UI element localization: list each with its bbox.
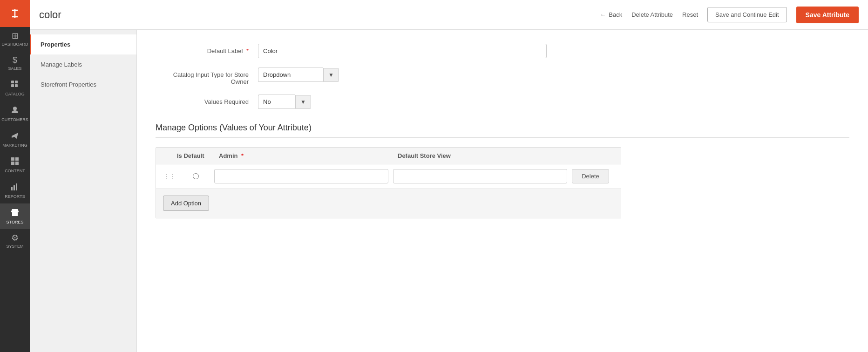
default-label-input[interactable] <box>258 44 547 58</box>
sidebar-item-dashboard[interactable]: ⊞ Dashboard <box>0 27 30 51</box>
admin-value-input[interactable] <box>214 169 388 183</box>
is-default-col-header: Is Default <box>177 152 214 159</box>
options-table: Is Default Admin * Default Store View ⋮⋮ <box>156 147 621 218</box>
add-option-wrapper: Add Option <box>156 189 621 218</box>
store-view-input[interactable] <box>393 169 567 183</box>
svg-rect-6 <box>15 157 19 161</box>
svg-rect-0 <box>11 81 14 83</box>
topbar-actions: ← Back Delete Attribute Reset Save and C… <box>600 7 859 23</box>
svg-rect-7 <box>11 162 14 165</box>
save-attribute-button[interactable]: Save Attribute <box>796 7 859 23</box>
save-continue-button[interactable]: Save and Continue Edit <box>707 7 787 22</box>
back-arrow-icon: ← <box>600 11 606 18</box>
customers-icon <box>11 106 19 115</box>
options-table-header: Is Default Admin * Default Store View <box>156 148 621 164</box>
sidebar-item-reports[interactable]: Reports <box>0 178 30 203</box>
default-label-label: Default Label * <box>156 44 258 54</box>
delete-attribute-button[interactable]: Delete Attribute <box>631 11 673 18</box>
delete-cell: Delete <box>572 169 614 183</box>
svg-rect-9 <box>11 187 13 190</box>
is-default-radio[interactable] <box>193 173 199 179</box>
is-default-radio-cell <box>177 173 214 179</box>
nav-item-properties[interactable]: Properties <box>30 34 136 54</box>
sidebar-item-stores[interactable]: Stores <box>0 203 30 229</box>
svg-rect-2 <box>11 84 14 87</box>
values-required-dropdown-arrow[interactable]: ▼ <box>295 95 311 109</box>
sidebar: ⊞ Dashboard $ Sales Catalog Customers Ma… <box>0 0 30 352</box>
svg-rect-8 <box>15 162 19 165</box>
section-divider <box>156 137 849 138</box>
marketing-icon <box>11 131 19 141</box>
svg-rect-5 <box>11 157 14 161</box>
dashboard-icon: ⊞ <box>12 32 19 40</box>
logo <box>0 0 30 27</box>
reports-icon <box>11 183 19 192</box>
topbar: color ← Back Delete Attribute Reset Save… <box>30 0 868 30</box>
sidebar-item-sales[interactable]: $ Sales <box>0 51 30 75</box>
catalog-input-type-group: Catalog Input Type for Store Owner Dropd… <box>156 68 575 85</box>
svg-rect-1 <box>15 81 18 83</box>
content-area: Properties Manage Labels Storefront Prop… <box>30 30 868 352</box>
sidebar-item-marketing[interactable]: Marketing <box>0 127 30 152</box>
manage-options-title: Manage Options (Values of Your Attribute… <box>156 123 849 133</box>
catalog-input-type-select[interactable]: Dropdown Text Field Text Area Date Yes/N… <box>258 68 323 82</box>
sidebar-item-system[interactable]: ⚙ System <box>0 229 30 253</box>
drag-handle-icon[interactable]: ⋮⋮ <box>163 173 177 180</box>
svg-rect-11 <box>16 183 17 190</box>
page-title: color <box>39 9 590 21</box>
sidebar-item-catalog[interactable]: Catalog <box>0 75 30 101</box>
svg-rect-3 <box>15 84 18 87</box>
sales-icon: $ <box>13 56 17 64</box>
values-required-label: Values Required <box>156 95 258 105</box>
content-icon <box>11 157 19 167</box>
default-store-view-col-header: Default Store View <box>393 152 572 159</box>
svg-rect-10 <box>14 185 15 190</box>
system-icon: ⚙ <box>11 234 19 242</box>
form-area: Default Label * Catalog Input Type for S… <box>137 30 868 352</box>
admin-required-star: * <box>241 152 244 159</box>
admin-input-cell <box>214 169 393 183</box>
values-required-select[interactable]: No Yes <box>258 95 295 109</box>
required-star: * <box>246 47 249 54</box>
catalog-input-type-select-wrapper: Dropdown Text Field Text Area Date Yes/N… <box>258 68 339 82</box>
nav-item-storefront-properties[interactable]: Storefront Properties <box>30 74 136 95</box>
admin-col-header: Admin * <box>214 152 393 159</box>
stores-icon <box>11 208 19 218</box>
left-nav: Properties Manage Labels Storefront Prop… <box>30 30 137 352</box>
store-view-input-cell <box>393 169 572 183</box>
main-content: color ← Back Delete Attribute Reset Save… <box>30 0 868 352</box>
reset-button[interactable]: Reset <box>682 11 698 18</box>
sidebar-item-content[interactable]: Content <box>0 152 30 178</box>
default-label-group: Default Label * <box>156 44 575 58</box>
nav-item-manage-labels[interactable]: Manage Labels <box>30 54 136 74</box>
add-option-button[interactable]: Add Option <box>163 196 209 211</box>
table-row: ⋮⋮ Delete <box>156 164 621 189</box>
catalog-input-type-label: Catalog Input Type for Store Owner <box>156 68 258 85</box>
catalog-input-type-dropdown-arrow[interactable]: ▼ <box>323 68 339 82</box>
delete-option-button[interactable]: Delete <box>572 169 609 183</box>
sidebar-item-customers[interactable]: Customers <box>0 101 30 127</box>
values-required-select-wrapper: No Yes ▼ <box>258 95 311 109</box>
catalog-icon <box>11 80 19 90</box>
values-required-group: Values Required No Yes ▼ <box>156 95 575 109</box>
back-button[interactable]: ← Back <box>600 11 622 18</box>
svg-point-4 <box>13 107 17 110</box>
